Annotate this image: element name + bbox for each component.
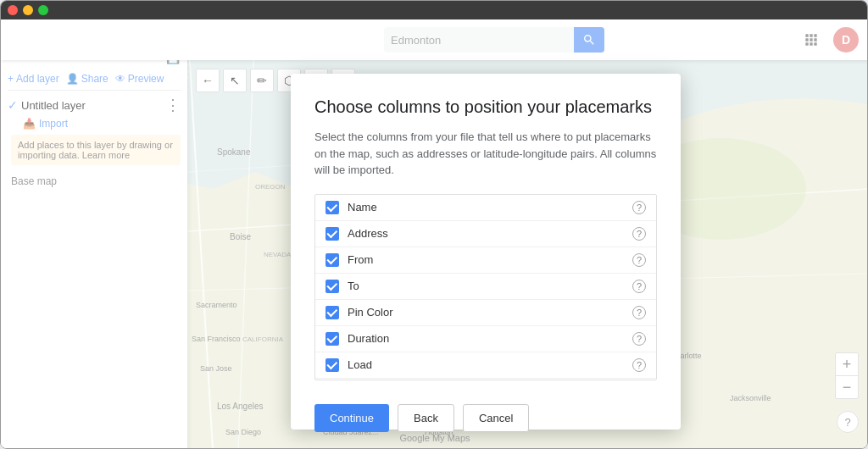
column-help-icon[interactable]: ?	[632, 227, 646, 241]
app-window: Edmonton Spokane Boise Sacramento San Fr…	[0, 0, 868, 449]
dialog: Choose columns to position your placemar…	[291, 74, 681, 430]
column-help-icon[interactable]: ?	[632, 358, 646, 372]
dialog-footer: Continue Back Cancel	[291, 394, 681, 449]
column-checkbox[interactable]	[326, 201, 339, 214]
columns-list: Name?Address?From?To?Pin Color?Duration?…	[314, 194, 657, 380]
column-checkbox[interactable]	[326, 332, 339, 346]
column-checkbox[interactable]	[326, 253, 339, 267]
column-item[interactable]: Load?	[315, 352, 656, 379]
dialog-description: Select the columns from your file that t…	[314, 129, 657, 179]
column-checkbox[interactable]	[326, 280, 339, 293]
column-label: From	[348, 253, 624, 266]
column-help-icon[interactable]: ?	[632, 332, 646, 346]
minimize-button[interactable]	[23, 5, 33, 15]
column-label: Address	[348, 227, 624, 240]
dialog-title: Choose columns to position your placemar…	[314, 97, 657, 117]
column-label: Name	[348, 201, 624, 213]
app-body: Edmonton Spokane Boise Sacramento San Fr…	[1, 19, 868, 449]
column-help-icon[interactable]: ?	[632, 253, 646, 267]
column-help-icon[interactable]: ?	[632, 201, 646, 214]
column-help-icon[interactable]: ?	[632, 280, 646, 293]
titlebar	[1, 1, 867, 19]
column-item[interactable]: Name?	[315, 195, 656, 221]
column-label: To	[348, 280, 624, 292]
column-checkbox[interactable]	[326, 227, 339, 241]
column-label: Load	[348, 358, 624, 371]
column-item[interactable]: To?	[315, 274, 656, 300]
column-item[interactable]: From?	[315, 247, 656, 274]
column-item[interactable]: Country Phone Code?	[315, 379, 656, 380]
column-checkbox[interactable]	[326, 306, 339, 319]
column-help-icon[interactable]: ?	[632, 306, 646, 319]
dialog-body: Choose columns to position your placemar…	[291, 74, 681, 394]
column-item[interactable]: Address?	[315, 221, 656, 247]
continue-button[interactable]: Continue	[314, 404, 389, 432]
column-item[interactable]: Pin Color?	[315, 300, 656, 326]
maximize-button[interactable]	[38, 5, 48, 15]
column-label: Pin Color	[348, 306, 624, 319]
column-checkbox[interactable]	[326, 358, 339, 372]
cancel-button[interactable]: Cancel	[463, 404, 529, 432]
column-item[interactable]: Duration?	[315, 326, 656, 352]
column-label: Duration	[348, 332, 624, 345]
close-button[interactable]	[8, 5, 18, 15]
back-button[interactable]: Back	[398, 404, 454, 432]
dialog-overlay: Choose columns to position your placemar…	[1, 19, 868, 449]
